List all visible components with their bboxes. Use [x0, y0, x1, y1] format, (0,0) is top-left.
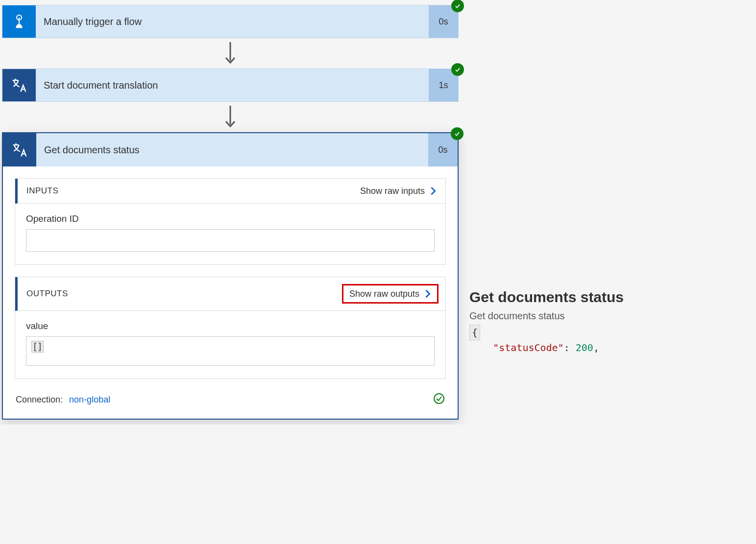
- inputs-panel: INPUTS Show raw inputs Operation ID: [15, 178, 446, 265]
- raw-output-pane: Get documents status Get documents statu…: [461, 0, 745, 355]
- arrow-connector-icon: [0, 38, 461, 69]
- tap-icon: [2, 5, 36, 38]
- outputs-panel: OUTPUTS Show raw outputs value [ ]: [15, 277, 446, 379]
- show-raw-inputs-label: Show raw inputs: [360, 186, 425, 196]
- success-badge-icon: [451, 0, 464, 12]
- step-title: Get documents status: [36, 133, 428, 166]
- chevron-right-icon: [422, 288, 433, 299]
- step-card-get-documents-status[interactable]: Get documents status 0s INPUTS Show raw …: [2, 132, 459, 420]
- step-title: Manually trigger a flow: [36, 5, 429, 38]
- connection-ok-icon: [433, 393, 445, 407]
- step-card-manual-trigger[interactable]: Manually trigger a flow 0s: [2, 5, 459, 38]
- flow-run-column: Manually trigger a flow 0s: [0, 0, 461, 425]
- connection-value-link[interactable]: non-global: [69, 395, 110, 404]
- success-badge-icon: [451, 63, 464, 76]
- raw-output-code: { "statusCode": 200,: [469, 325, 745, 355]
- operation-id-field[interactable]: [26, 229, 435, 252]
- raw-output-subtitle: Get documents status: [469, 310, 745, 322]
- inputs-heading: INPUTS: [26, 186, 58, 196]
- step-card-start-translation[interactable]: Start document translation 1s: [2, 69, 459, 102]
- arrow-connector-icon: [0, 102, 461, 132]
- success-badge-icon: [451, 127, 463, 140]
- output-value-field[interactable]: [ ]: [26, 336, 435, 366]
- translate-icon: [2, 69, 36, 101]
- show-raw-outputs-link[interactable]: Show raw outputs: [342, 284, 439, 304]
- outputs-heading: OUTPUTS: [26, 289, 68, 299]
- translate-icon: [3, 133, 36, 166]
- connection-row: Connection: non-global: [15, 391, 446, 412]
- show-raw-outputs-label: Show raw outputs: [349, 289, 419, 299]
- operation-id-label: Operation ID: [26, 213, 435, 224]
- connection-label: Connection:: [16, 395, 63, 404]
- step-title: Start document translation: [36, 69, 429, 101]
- raw-output-title: Get documents status: [469, 289, 745, 306]
- output-value-content: [ ]: [31, 341, 44, 353]
- svg-point-3: [434, 394, 444, 403]
- chevron-right-icon: [428, 186, 439, 196]
- show-raw-inputs-link[interactable]: Show raw inputs: [360, 186, 439, 196]
- step-details-body: INPUTS Show raw inputs Operation ID: [3, 166, 458, 419]
- output-value-label: value: [26, 321, 435, 331]
